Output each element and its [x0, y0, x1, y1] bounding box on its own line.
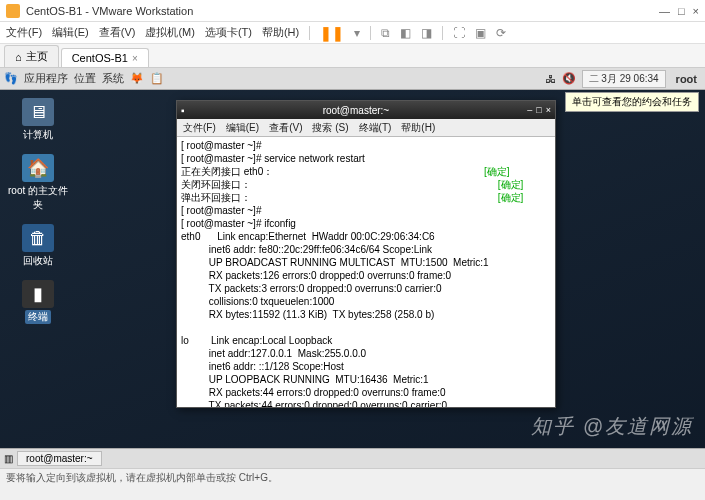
term-minimize-button[interactable]: –: [527, 105, 532, 115]
network-icon[interactable]: 🖧: [545, 73, 556, 85]
menu-system[interactable]: 系统: [102, 71, 124, 86]
toolbar-icon[interactable]: ⟳: [496, 26, 506, 40]
desktop-icon-home[interactable]: 🏠 root 的主文件夹: [8, 154, 68, 212]
menu-places[interactable]: 位置: [74, 71, 96, 86]
menu-applications[interactable]: 应用程序: [24, 71, 68, 86]
toolbar-icon[interactable]: ◧: [400, 26, 411, 40]
status-text: 要将输入定向到该虚拟机，请在虚拟机内部单击或按 Ctrl+G。: [6, 471, 278, 485]
user-menu[interactable]: root: [672, 73, 701, 85]
app-title: CentOS-B1 - VMware Workstation: [26, 5, 659, 17]
snapshot-icon[interactable]: ⧉: [381, 26, 390, 40]
menu-edit[interactable]: 编辑(E): [52, 25, 89, 40]
terminal-output[interactable]: [ root@master ~]# [ root@master ~]# serv…: [177, 137, 555, 407]
vmware-statusbar: 要将输入定向到该虚拟机，请在虚拟机内部单击或按 Ctrl+G。: [0, 468, 705, 486]
app-menubar: 文件(F) 编辑(E) 查看(V) 虚拟机(M) 选项卡(T) 帮助(H) ❚❚…: [0, 22, 705, 44]
tab-vm-label: CentOS-B1: [72, 52, 128, 64]
icon-label: 回收站: [23, 254, 53, 268]
desktop-icon-terminal[interactable]: ▮ 终端: [8, 280, 68, 324]
terminal-title: root@master:~: [185, 105, 528, 116]
menu-file[interactable]: 文件(F): [6, 25, 42, 40]
toolbar-icon[interactable]: ▾: [354, 26, 360, 40]
maximize-button[interactable]: □: [678, 5, 685, 17]
computer-icon: 🖥: [22, 98, 54, 126]
separator: [370, 26, 371, 40]
gnome-top-panel: 👣 应用程序 位置 系统 🦊 📋 🖧 🔇 二 3月 29 06:34 root: [0, 68, 705, 90]
pause-icon[interactable]: ❚❚: [320, 25, 344, 41]
icon-label: 终端: [25, 310, 51, 324]
unity-icon[interactable]: ▣: [475, 26, 486, 40]
menu-tabs[interactable]: 选项卡(T): [205, 25, 252, 40]
desktop-icons: 🖥 计算机 🏠 root 的主文件夹 🗑 回收站 ▮ 终端: [8, 98, 68, 324]
term-menu-file[interactable]: 文件(F): [183, 121, 216, 135]
clock-tooltip: 单击可查看您的约会和任务: [565, 92, 699, 112]
clock[interactable]: 二 3月 29 06:34: [582, 70, 666, 88]
tab-home[interactable]: ⌂ 主页: [4, 45, 59, 67]
terminal-titlebar[interactable]: ▪ root@master:~ – □ ×: [177, 101, 555, 119]
home-folder-icon: 🏠: [22, 154, 54, 182]
terminal-window[interactable]: ▪ root@master:~ – □ × 文件(F) 编辑(E) 查看(V) …: [176, 100, 556, 408]
note-icon[interactable]: 📋: [150, 72, 164, 85]
term-menu-search[interactable]: 搜索 (S): [312, 121, 348, 135]
terminal-icon: ▮: [22, 280, 54, 308]
desktop-icon-computer[interactable]: 🖥 计算机: [8, 98, 68, 142]
icon-label: 计算机: [23, 128, 53, 142]
menu-help[interactable]: 帮助(H): [262, 25, 299, 40]
taskbar-item-terminal[interactable]: root@master:~: [17, 451, 102, 466]
app-titlebar: CentOS-B1 - VMware Workstation — □ ×: [0, 0, 705, 22]
fullscreen-icon[interactable]: ⛶: [453, 26, 465, 40]
term-maximize-button[interactable]: □: [536, 105, 541, 115]
firefox-icon[interactable]: 🦊: [130, 72, 144, 85]
desktop-icon-trash[interactable]: 🗑 回收站: [8, 224, 68, 268]
volume-icon[interactable]: 🔇: [562, 72, 576, 85]
term-menu-help[interactable]: 帮助(H): [401, 121, 435, 135]
gnome-bottom-panel: ▥ root@master:~: [0, 448, 705, 468]
watermark: 知乎 @友道网源: [531, 413, 693, 440]
toolbar-icon[interactable]: ◨: [421, 26, 432, 40]
separator: [442, 26, 443, 40]
term-menu-terminal[interactable]: 终端(T): [359, 121, 392, 135]
vmware-logo-icon: [6, 4, 20, 18]
menu-vm[interactable]: 虚拟机(M): [145, 25, 195, 40]
tab-home-label: 主页: [26, 49, 48, 64]
minimize-button[interactable]: —: [659, 5, 670, 17]
tab-vm[interactable]: CentOS-B1 ×: [61, 48, 149, 67]
term-close-button[interactable]: ×: [546, 105, 551, 115]
trash-icon: 🗑: [22, 224, 54, 252]
show-desktop-icon[interactable]: ▥: [4, 453, 13, 464]
tab-close-icon[interactable]: ×: [132, 53, 138, 64]
close-button[interactable]: ×: [693, 5, 699, 17]
term-menu-view[interactable]: 查看(V): [269, 121, 302, 135]
home-icon: ⌂: [15, 51, 22, 63]
foot-icon: 👣: [4, 72, 18, 85]
menu-view[interactable]: 查看(V): [99, 25, 136, 40]
icon-label: root 的主文件夹: [8, 184, 68, 212]
terminal-menubar: 文件(F) 编辑(E) 查看(V) 搜索 (S) 终端(T) 帮助(H): [177, 119, 555, 137]
tab-bar: ⌂ 主页 CentOS-B1 ×: [0, 44, 705, 68]
term-menu-edit[interactable]: 编辑(E): [226, 121, 259, 135]
guest-desktop[interactable]: 👣 应用程序 位置 系统 🦊 📋 🖧 🔇 二 3月 29 06:34 root …: [0, 68, 705, 468]
separator: [309, 26, 310, 40]
